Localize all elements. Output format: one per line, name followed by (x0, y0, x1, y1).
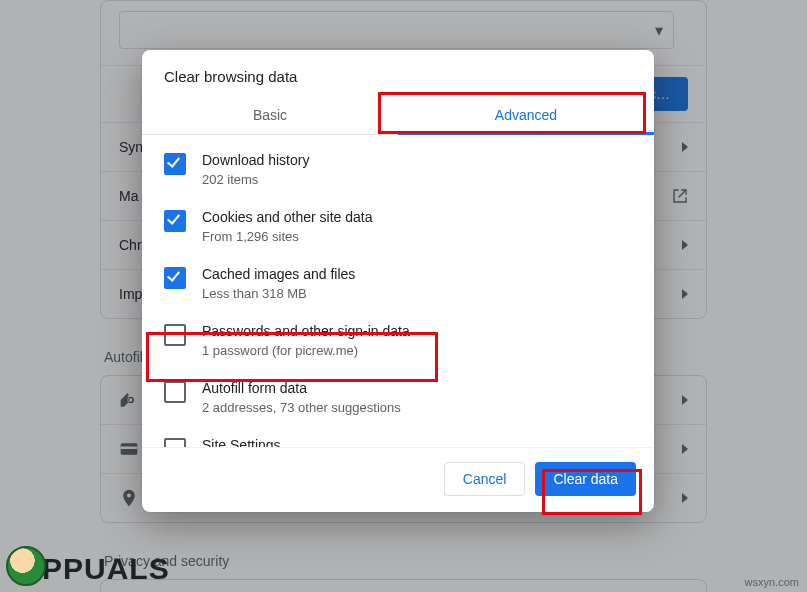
cancel-button[interactable]: Cancel (444, 462, 526, 496)
checkbox-autofill[interactable] (164, 381, 186, 403)
option-title: Cookies and other site data (202, 208, 372, 226)
dialog-tabs: Basic Advanced (142, 97, 654, 135)
dialog-options-list[interactable]: Download history 202 items Cookies and o… (142, 135, 654, 447)
tab-basic[interactable]: Basic (142, 97, 398, 134)
option-title: Autofill form data (202, 379, 401, 397)
option-title: Download history (202, 151, 309, 169)
appuals-mascot-icon (6, 546, 46, 586)
clear-data-button[interactable]: Clear data (535, 462, 636, 496)
checkbox-site-settings[interactable] (164, 438, 186, 447)
tab-advanced[interactable]: Advanced (398, 97, 654, 134)
appuals-logo-text: PPUALS (42, 552, 170, 586)
option-passwords: Passwords and other sign-in data 1 passw… (142, 312, 654, 369)
checkbox-cookies[interactable] (164, 210, 186, 232)
checkbox-download-history[interactable] (164, 153, 186, 175)
checkbox-passwords[interactable] (164, 324, 186, 346)
option-cache: Cached images and files Less than 318 MB (142, 255, 654, 312)
option-subtitle: 202 items (202, 171, 309, 188)
checkbox-cache[interactable] (164, 267, 186, 289)
option-autofill: Autofill form data 2 addresses, 73 other… (142, 369, 654, 426)
option-title: Site Settings (202, 436, 281, 447)
option-subtitle: From 1,296 sites (202, 228, 372, 245)
option-subtitle: 2 addresses, 73 other suggestions (202, 399, 401, 416)
option-cookies: Cookies and other site data From 1,296 s… (142, 198, 654, 255)
option-title: Cached images and files (202, 265, 355, 283)
option-subtitle: 1 password (for picrew.me) (202, 342, 410, 359)
option-subtitle: Less than 318 MB (202, 285, 355, 302)
option-title: Passwords and other sign-in data (202, 322, 410, 340)
dialog-title: Clear browsing data (142, 50, 654, 97)
watermark-text: wsxyn.com (745, 576, 799, 588)
clear-browsing-data-dialog: Clear browsing data Basic Advanced Downl… (142, 50, 654, 512)
option-site-settings: Site Settings 11 sites (142, 426, 654, 447)
option-download-history: Download history 202 items (142, 141, 654, 198)
appuals-logo: PPUALS (6, 546, 170, 586)
